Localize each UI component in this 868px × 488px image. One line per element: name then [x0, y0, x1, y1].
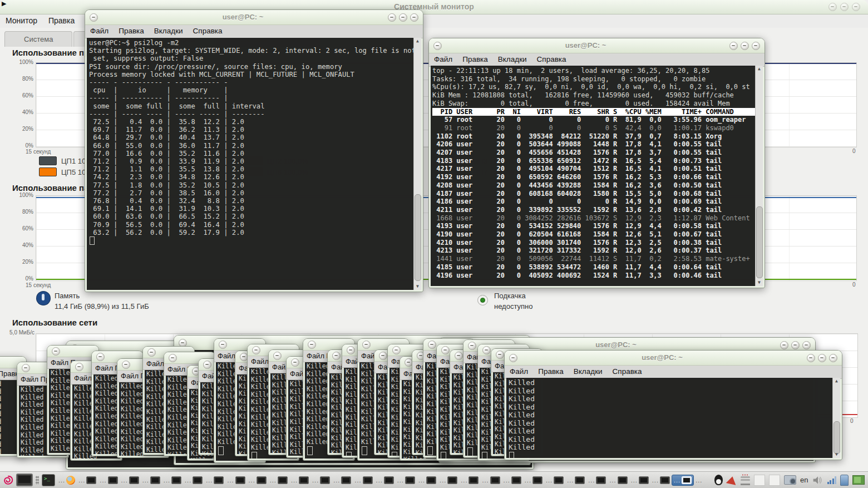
- window-menu-icon[interactable]: [52, 347, 60, 356]
- menu-item[interactable]: Вкладки: [569, 366, 608, 376]
- window-menu-icon[interactable]: [509, 354, 517, 362]
- scroll-down-icon[interactable]: ▼: [414, 283, 421, 290]
- window-menu-icon[interactable]: [433, 42, 442, 50]
- menu-item[interactable]: Справка: [608, 366, 647, 376]
- tux-racer-icon[interactable]: [726, 475, 738, 485]
- window-menu-icon[interactable]: [203, 361, 211, 369]
- close-button[interactable]: [852, 3, 860, 11]
- window-menu-icon[interactable]: [147, 348, 156, 357]
- taskbar-window-button[interactable]: ...: [459, 475, 480, 485]
- window-menu-icon[interactable]: [96, 353, 105, 361]
- scroll-down-icon[interactable]: ▼: [833, 451, 840, 458]
- menu-item[interactable]: Справка: [188, 25, 228, 35]
- taskbar-window-button[interactable]: ...: [141, 475, 162, 485]
- close-button[interactable]: [829, 354, 837, 362]
- scroll-up-icon[interactable]: ▲: [756, 66, 763, 72]
- signal-strength-icon[interactable]: [827, 476, 837, 484]
- scrollbar-thumb[interactable]: [756, 206, 763, 278]
- taskbar-window-button[interactable]: ...: [396, 475, 417, 485]
- panel-expand-arrow-icon[interactable]: ▶: [2, 0, 6, 7]
- taskbar-window-button[interactable]: ...: [310, 475, 332, 485]
- scrollbar-thumb[interactable]: [834, 421, 840, 455]
- taskbar-window-button[interactable]: ...: [417, 475, 438, 485]
- menu-item[interactable]: Правка: [114, 25, 149, 35]
- psi2log-terminal-window[interactable]: user@PC: ~ ФайлПравкаВкладкиСправка user…: [85, 9, 423, 292]
- scrollbar[interactable]: ▲ ▼: [413, 38, 421, 290]
- taskbar-window-button[interactable]: ...: [374, 475, 396, 485]
- window-menu-icon[interactable]: [379, 352, 387, 360]
- close-button[interactable]: [802, 341, 811, 349]
- window-menu-icon[interactable]: [428, 341, 436, 349]
- minimize-button[interactable]: [807, 354, 815, 362]
- menu-item[interactable]: Монитор: [0, 14, 43, 27]
- scrollbar[interactable]: ▲ ▼: [832, 378, 840, 458]
- killed-terminal-front-window[interactable]: user@PC: ~ ФайлПравкаВкладкиСправка Kill…: [504, 350, 842, 460]
- taskbar-window-button[interactable]: ...: [225, 475, 246, 485]
- green-display-icon[interactable]: [852, 475, 865, 485]
- menu-item[interactable]: Файл: [429, 53, 457, 63]
- menu-item[interactable]: Файл: [505, 366, 533, 376]
- menu-item[interactable]: Правка: [457, 53, 493, 63]
- taskbar-window-button[interactable]: ...: [289, 475, 310, 485]
- maximize-button[interactable]: [741, 42, 749, 50]
- taskbar-window-button[interactable]: ...: [204, 475, 225, 485]
- taskbar-window-button[interactable]: ...: [162, 475, 183, 485]
- taskbar-window-button[interactable]: ...: [502, 475, 523, 485]
- taskbar-window-button[interactable]: ...: [672, 475, 694, 486]
- window-menu-icon[interactable]: [252, 346, 260, 354]
- menu-item[interactable]: Правка: [43, 14, 80, 27]
- window-menu-icon[interactable]: [362, 341, 371, 349]
- maximize-button[interactable]: [791, 341, 800, 349]
- window-titlebar[interactable]: user@PC: ~: [505, 351, 842, 366]
- scroll-up-icon[interactable]: ▲: [414, 38, 421, 45]
- top-terminal-window[interactable]: user@PC: ~ ФайлПравкаВкладкиСправка top …: [428, 38, 765, 288]
- menu-item[interactable]: Файл: [85, 25, 114, 35]
- taskbar-window-button[interactable]: ...: [268, 475, 289, 485]
- debian-menu-icon[interactable]: [2, 474, 14, 486]
- taskbar-window-button[interactable]: ...: [544, 475, 565, 485]
- menu-item[interactable]: Правка: [533, 366, 569, 376]
- taskbar-window-button[interactable]: ...: [629, 475, 650, 485]
- window-menu-icon[interactable]: [347, 346, 355, 354]
- taskbar-window-button[interactable]: ...: [120, 475, 141, 485]
- window-menu-icon[interactable]: [496, 351, 504, 359]
- volume-icon[interactable]: [812, 476, 823, 485]
- scroll-down-icon[interactable]: ▼: [756, 279, 763, 286]
- minimize-button[interactable]: [828, 3, 837, 11]
- maximize-button[interactable]: [840, 3, 849, 11]
- window-menu-icon[interactable]: [441, 346, 450, 354]
- taskbar-window-button[interactable]: ...: [565, 475, 586, 485]
- taskbar-window-button[interactable]: ...: [247, 475, 268, 485]
- water-cooler-icon[interactable]: [840, 475, 849, 486]
- taskbar-window-button[interactable]: ...: [608, 475, 629, 485]
- taskbar-window-button[interactable]: ...: [523, 475, 544, 485]
- terminal-launcher-icon[interactable]: [42, 474, 55, 486]
- taskbar-window-button[interactable]: ...: [332, 475, 353, 485]
- taskbar-window-button[interactable]: ...: [57, 475, 77, 486]
- window-menu-icon[interactable]: [482, 346, 491, 354]
- menu-item[interactable]: Справка: [532, 53, 571, 63]
- scrollbar-thumb[interactable]: [415, 194, 421, 281]
- window-menu-icon[interactable]: [273, 352, 282, 360]
- window-titlebar[interactable]: user@PC: ~: [429, 38, 765, 53]
- taskbar-window-button[interactable]: ...: [77, 475, 98, 485]
- taskbar-window-button[interactable]: ...: [650, 475, 672, 485]
- menu-item[interactable]: Вкладки: [493, 53, 532, 63]
- spring-toy-icon[interactable]: [741, 475, 750, 485]
- window-menu-icon[interactable]: [219, 341, 227, 349]
- system-monitor-launcher-icon[interactable]: [16, 474, 33, 486]
- tux-icon[interactable]: [714, 475, 723, 485]
- window-menu-icon[interactable]: [455, 352, 463, 360]
- window-menu-icon[interactable]: [22, 364, 30, 372]
- window-menu-icon[interactable]: [291, 358, 299, 367]
- window-titlebar[interactable]: user@PC: ~: [85, 10, 423, 25]
- maximize-button[interactable]: [399, 13, 407, 22]
- monitor-gears-icon[interactable]: [784, 475, 796, 485]
- scrollbar[interactable]: ▲ ▼: [755, 66, 763, 286]
- minimize-button[interactable]: [780, 341, 788, 349]
- taskbar-window-button[interactable]: ...: [586, 475, 608, 485]
- taskbar-window-button[interactable]: ...: [98, 475, 119, 485]
- menu-item[interactable]: Вкладки: [149, 25, 188, 35]
- tab-1[interactable]: Система: [4, 31, 72, 47]
- scroll-up-icon[interactable]: ▲: [833, 378, 840, 385]
